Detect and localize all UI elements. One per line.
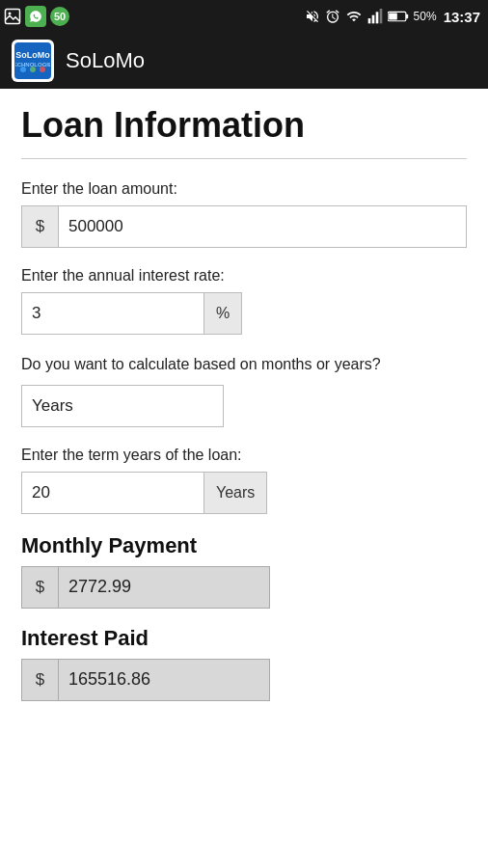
app-bar: SoLoMo TECHNOLOGIES SoLoMo xyxy=(0,33,488,89)
loan-amount-section: Enter the loan amount: $ xyxy=(21,180,467,248)
app-logo: SoLoMo TECHNOLOGIES xyxy=(12,40,54,82)
monthly-payment-section: Monthly Payment $ xyxy=(21,533,467,609)
interest-paid-section: Interest Paid $ xyxy=(21,626,467,701)
mute-icon xyxy=(305,9,320,24)
interest-paid-label: Interest Paid xyxy=(21,626,467,651)
percent-suffix: % xyxy=(204,292,242,335)
svg-rect-0 xyxy=(6,10,20,24)
calc-basis-question: Do you want to calculate based on months… xyxy=(21,354,467,375)
dollar-prefix: $ xyxy=(21,205,58,248)
whatsapp-icon xyxy=(25,6,46,27)
monthly-payment-input-group: $ xyxy=(21,566,467,609)
interest-paid-value xyxy=(58,659,270,701)
interest-rate-input-group: % xyxy=(21,292,467,335)
svg-rect-8 xyxy=(389,13,397,19)
svg-text:SoLoMo: SoLoMo xyxy=(15,50,50,60)
term-label: Enter the term years of the loan: xyxy=(21,447,467,464)
loan-amount-input[interactable] xyxy=(58,205,467,248)
status-left-icons: 50 xyxy=(4,6,69,27)
main-content: Loan Information Enter the loan amount: … xyxy=(0,89,488,747)
svg-rect-7 xyxy=(405,14,407,19)
alarm-icon xyxy=(325,9,340,24)
divider xyxy=(21,158,467,159)
interest-dollar-prefix: $ xyxy=(21,659,58,701)
svg-rect-2 xyxy=(367,18,370,23)
app-logo-text: SoLoMo TECHNOLOGIES xyxy=(14,42,51,79)
status-right-icons: 50% 13:37 xyxy=(305,9,480,25)
svg-rect-3 xyxy=(371,15,374,24)
svg-point-14 xyxy=(40,67,45,72)
svg-point-12 xyxy=(20,67,26,72)
svg-rect-4 xyxy=(375,12,378,23)
battery-text: 50% xyxy=(414,10,437,23)
svg-rect-5 xyxy=(379,9,382,23)
page-title: Loan Information xyxy=(21,106,467,145)
interest-paid-input-group: $ xyxy=(21,659,467,701)
monthly-payment-label: Monthly Payment xyxy=(21,533,467,558)
status-bar: 50 50% 13:37 xyxy=(0,0,488,33)
term-input[interactable] xyxy=(21,472,204,514)
gallery-icon xyxy=(4,8,21,25)
wifi-icon xyxy=(345,9,363,24)
loan-amount-input-group: $ xyxy=(21,205,467,248)
signal-icon xyxy=(367,9,383,24)
battery-icon xyxy=(388,10,409,23)
monthly-dollar-prefix: $ xyxy=(21,566,58,609)
svg-point-1 xyxy=(9,13,12,15)
years-suffix: Years xyxy=(204,472,267,514)
notification-badge: 50 xyxy=(50,7,69,26)
svg-rect-9 xyxy=(15,43,50,78)
term-input-group: Years xyxy=(21,472,467,514)
interest-rate-label: Enter the annual interest rate: xyxy=(21,267,467,285)
app-title: SoLoMo xyxy=(66,48,145,73)
loan-amount-label: Enter the loan amount: xyxy=(21,180,467,198)
time-display: 13:37 xyxy=(444,9,480,25)
svg-point-13 xyxy=(30,67,36,72)
monthly-payment-value xyxy=(58,566,270,609)
interest-rate-input[interactable] xyxy=(21,292,204,335)
calc-basis-input[interactable] xyxy=(21,385,224,427)
interest-rate-section: Enter the annual interest rate: % xyxy=(21,267,467,335)
term-section: Enter the term years of the loan: Years xyxy=(21,447,467,514)
calc-basis-section: Do you want to calculate based on months… xyxy=(21,354,467,427)
